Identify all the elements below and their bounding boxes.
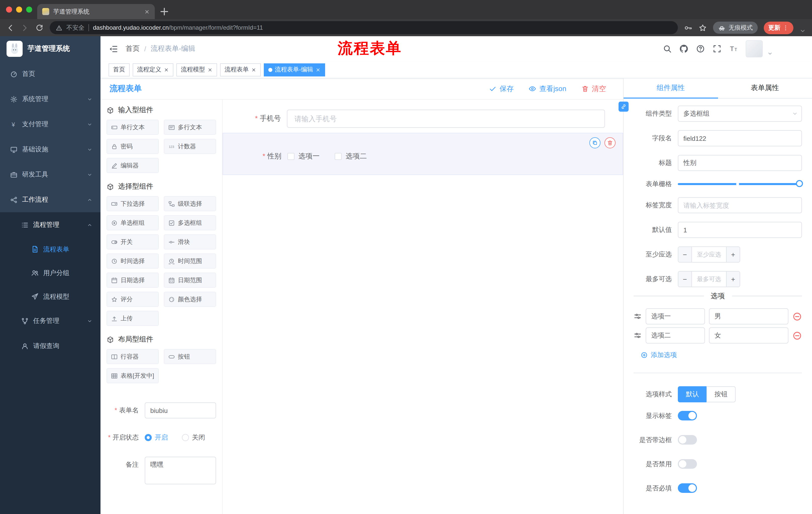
min-select-input[interactable] xyxy=(692,247,726,262)
drag-handle-icon[interactable] xyxy=(634,312,642,320)
view-json-button[interactable]: 查看json xyxy=(529,84,566,93)
palette-chip[interactable]: 颜色选择 xyxy=(164,292,216,307)
sidebar-item-user[interactable]: 请假查询 xyxy=(0,333,100,359)
key-icon[interactable] xyxy=(684,23,692,32)
github-icon[interactable] xyxy=(679,44,688,53)
remove-option-icon[interactable] xyxy=(792,312,802,321)
component-type-select[interactable] xyxy=(678,106,802,122)
title-input[interactable] xyxy=(678,155,802,171)
tag-tab[interactable]: 流程表单 xyxy=(220,63,261,76)
zoom-window-button[interactable] xyxy=(26,6,32,12)
collapse-sidebar-icon[interactable] xyxy=(109,44,118,54)
checkbox-icon[interactable] xyxy=(287,153,294,160)
reload-button[interactable] xyxy=(35,23,44,32)
checkbox-option[interactable]: 选项一 xyxy=(287,152,320,161)
widget-gender-field[interactable]: 性别 选项一选项二 xyxy=(223,133,623,175)
switch-toggle[interactable] xyxy=(678,411,697,421)
tab-component-props[interactable]: 组件属性 xyxy=(624,78,718,99)
sidebar-item-send[interactable]: 流程模型 xyxy=(0,285,100,308)
tag-tab[interactable]: 流程定义 xyxy=(133,63,173,76)
widget-phone-field[interactable]: 手机号 xyxy=(223,109,623,129)
switch-toggle[interactable] xyxy=(678,435,697,444)
sidebar-item-monitor[interactable]: 基础设施 xyxy=(0,137,100,162)
remove-option-icon[interactable] xyxy=(792,331,802,340)
avatar[interactable] xyxy=(746,40,763,57)
remark-textarea[interactable]: 嘿嘿 xyxy=(145,457,216,484)
palette-chip[interactable]: 滑块 xyxy=(164,234,216,249)
checkbox-option[interactable]: 选项二 xyxy=(335,152,367,161)
palette-chip[interactable]: 开关 xyxy=(107,234,159,249)
tag-tab[interactable]: 首页 xyxy=(109,63,129,76)
switch-toggle[interactable] xyxy=(678,483,697,493)
option-label-input[interactable] xyxy=(646,327,705,344)
sidebar-item-doc[interactable]: 流程表单 xyxy=(0,237,100,261)
close-tab-icon[interactable] xyxy=(144,9,150,14)
palette-chip[interactable]: 时间选择 xyxy=(107,253,159,269)
palette-chip[interactable]: 123计数器 xyxy=(164,139,216,154)
decrease-button[interactable] xyxy=(678,272,692,287)
fullscreen-icon[interactable] xyxy=(713,44,722,53)
drag-handle-icon[interactable] xyxy=(634,331,642,340)
sidebar-item-dashboard[interactable]: 首页 xyxy=(0,61,100,86)
sidebar-item-yen[interactable]: ¥支付管理 xyxy=(0,112,100,137)
component-type-value[interactable] xyxy=(678,106,802,122)
copy-widget-button[interactable] xyxy=(589,137,601,148)
sidebar-item-users[interactable]: 用户分组 xyxy=(0,261,100,285)
palette-chip[interactable]: 多行文本 xyxy=(164,120,216,135)
max-select-input[interactable] xyxy=(692,272,726,287)
increase-button[interactable] xyxy=(726,272,740,287)
increase-button[interactable] xyxy=(726,247,740,262)
phone-input[interactable] xyxy=(287,110,605,128)
browser-tab[interactable]: 芋道管理系统 xyxy=(37,4,155,19)
palette-chip[interactable]: 上传 xyxy=(107,311,159,326)
close-icon[interactable] xyxy=(164,67,169,72)
palette-chip[interactable]: 时间范围 xyxy=(164,253,216,269)
default-value-input[interactable] xyxy=(678,222,802,238)
delete-widget-button[interactable] xyxy=(605,137,615,148)
update-button[interactable]: 更新 xyxy=(764,21,793,34)
tag-tab[interactable]: 流程模型 xyxy=(176,63,217,76)
option-value-input[interactable] xyxy=(709,308,788,324)
option-label-input[interactable] xyxy=(646,308,705,324)
chevron-down-icon[interactable] xyxy=(800,27,806,34)
option-value-input[interactable] xyxy=(709,327,788,344)
palette-chip[interactable]: 日期选择 xyxy=(107,273,159,288)
sidebar-item-tasks[interactable]: 任务管理 xyxy=(0,308,100,333)
clear-button[interactable]: 清空 xyxy=(581,84,606,93)
close-window-button[interactable] xyxy=(6,6,12,12)
palette-chip[interactable]: 评分 xyxy=(107,292,159,307)
field-name-input[interactable] xyxy=(678,130,802,146)
palette-chip[interactable]: 编辑器 xyxy=(107,158,159,173)
menu-dots-icon[interactable] xyxy=(782,24,789,31)
address-bar[interactable]: 不安全 dashboard.yudao.iocoder.cn/bpm/manag… xyxy=(50,21,678,34)
close-icon[interactable] xyxy=(316,67,321,72)
slider-handle[interactable] xyxy=(796,180,803,187)
back-button[interactable] xyxy=(6,23,14,32)
sidebar-logo[interactable]: 芋道管理系统 xyxy=(0,36,100,61)
close-icon[interactable] xyxy=(251,67,256,72)
option-style-segment[interactable]: 默认 xyxy=(678,386,707,402)
palette-chip[interactable]: 按钮 xyxy=(164,349,216,364)
palette-chip[interactable]: 日期范围 xyxy=(164,273,216,288)
checkbox-icon[interactable] xyxy=(335,153,342,160)
form-name-input[interactable] xyxy=(145,402,216,418)
status-on-radio[interactable]: 开启 xyxy=(145,433,168,442)
switch-toggle[interactable] xyxy=(678,459,697,469)
bookmark-star-icon[interactable] xyxy=(698,23,707,32)
font-size-icon[interactable]: TT xyxy=(729,44,738,53)
new-tab-button[interactable] xyxy=(159,6,170,17)
breadcrumb-home[interactable]: 首页 xyxy=(126,44,140,53)
add-option-button[interactable]: 添加选项 xyxy=(641,351,802,360)
palette-chip[interactable]: 多选框组 xyxy=(164,215,216,231)
close-icon[interactable] xyxy=(207,67,212,72)
option-style-segment[interactable]: 按钮 xyxy=(706,386,736,402)
search-icon[interactable] xyxy=(663,44,672,53)
chevron-down-icon[interactable] xyxy=(767,51,773,56)
palette-chip[interactable]: 下拉选择 xyxy=(107,196,159,211)
save-button[interactable]: 保存 xyxy=(489,84,514,93)
grid-slider[interactable] xyxy=(678,180,802,189)
palette-chip[interactable]: 行容器 xyxy=(107,349,159,364)
minimize-window-button[interactable] xyxy=(16,6,22,12)
palette-chip[interactable]: 单选框组 xyxy=(107,215,159,231)
status-off-radio[interactable]: 关闭 xyxy=(182,433,205,442)
